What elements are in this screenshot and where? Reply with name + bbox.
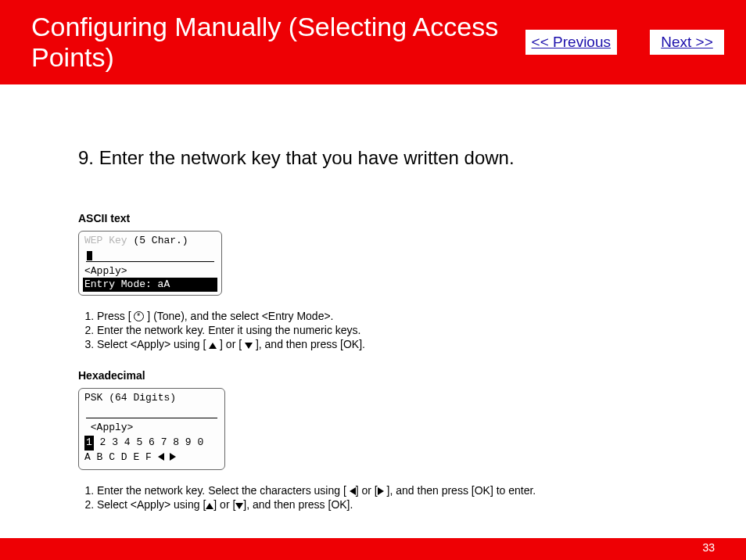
step-text: Select <Apply> using [ (97, 338, 209, 350)
step-text: ] or [ (356, 484, 378, 497)
step-item: Enter the network key. Enter it using th… (97, 324, 715, 336)
triangle-down-icon (245, 343, 253, 349)
step-item: Press [ ] (Tone), and the select <Entry … (97, 310, 715, 322)
lcd-text: PSK (84, 392, 109, 404)
next-button[interactable]: Next >> (650, 30, 724, 55)
triangle-down-icon (235, 503, 243, 509)
step-item: Select <Apply> using [ ] or [ ], and the… (97, 338, 715, 350)
step-item: Enter the network key. Select the charac… (97, 484, 715, 497)
triangle-left-icon (350, 487, 356, 495)
cursor-icon (87, 251, 92, 260)
ascii-label: ASCII text (78, 212, 715, 224)
lcd-text: (64 Digits) (109, 392, 176, 404)
page-title: Configuring Manually (Selecting Access P… (31, 12, 510, 73)
triangle-right-icon (378, 487, 384, 495)
step-text: ], and then press [OK]. (253, 338, 365, 350)
step-text: Press [ (97, 310, 134, 322)
lcd-text: WEP Key (84, 235, 133, 246)
triangle-up-icon (209, 343, 217, 349)
lcd-text: (5 Char.) (133, 235, 188, 246)
lcd-text: Entry Mode: aA (83, 278, 217, 292)
triangle-right-icon (170, 453, 176, 461)
step-text: Select <Apply> using [ (97, 498, 206, 511)
step-heading: 9. Enter the network key that you have w… (78, 147, 715, 169)
lcd-text: <Apply> (83, 264, 217, 278)
step-item: Select <Apply> using [] or [], and then … (97, 498, 715, 511)
lcd-text: 1 (84, 436, 94, 451)
step-text: ] or [ (213, 498, 235, 511)
ascii-lcd: WEP Key (5 Char.) <Apply> Entry Mode: aA (78, 231, 222, 296)
previous-button[interactable]: << Previous (525, 30, 617, 55)
step-text: ], and then press [OK] to enter. (384, 484, 536, 497)
hex-steps: Enter the network key. Select the charac… (86, 484, 715, 511)
tone-icon (134, 311, 144, 321)
step-text: ] (Tone), and the select <Entry Mode>. (144, 310, 333, 322)
lcd-text: <Apply> (83, 421, 221, 436)
step-text: Enter the network key. Select the charac… (97, 484, 350, 497)
ascii-steps: Press [ ] (Tone), and the select <Entry … (86, 310, 715, 350)
lcd-text: 2 3 4 5 6 7 8 9 0 (94, 436, 203, 448)
triangle-up-icon (206, 503, 213, 509)
hex-lcd: PSK (64 Digits) <Apply> 1 2 3 4 5 6 7 8 … (78, 388, 225, 470)
page-number: 33 (702, 541, 715, 554)
content-area: 9. Enter the network key that you have w… (0, 84, 746, 511)
step-text: ], and then press [OK]. (243, 498, 353, 511)
header-bar: Configuring Manually (Selecting Access P… (0, 0, 746, 84)
hex-label: Hexadecimal (78, 369, 715, 382)
step-text: ] or [ (217, 338, 245, 350)
footer-bar: 33 (0, 538, 746, 560)
triangle-left-icon (158, 453, 164, 461)
lcd-text: A B C D E F (84, 451, 152, 463)
